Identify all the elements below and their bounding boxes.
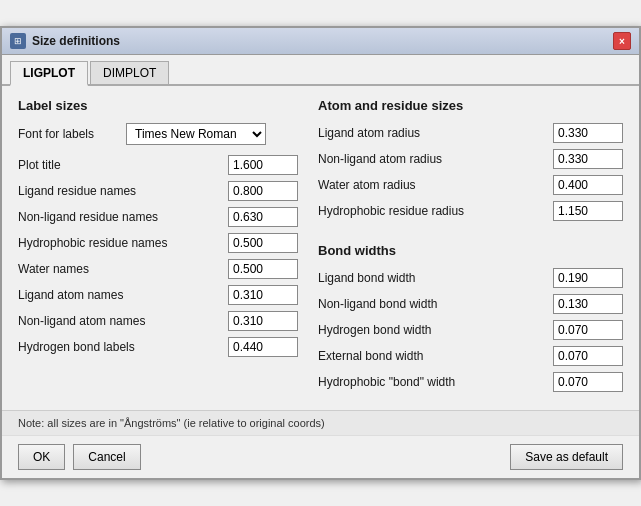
title-bar: ⊞ Size definitions × [2, 28, 639, 55]
hydrophobic-bond-width-row: Hydrophobic "bond" width [318, 372, 623, 392]
footer: OK Cancel Save as default [2, 435, 639, 478]
ligand-atom-names-input[interactable] [228, 285, 298, 305]
ligand-atom-names-label: Ligand atom names [18, 288, 228, 302]
right-panel: Atom and residue sizes Ligand atom radiu… [318, 98, 623, 398]
font-label: Font for labels [18, 127, 118, 141]
tab-bar: LIGPLOT DIMPLOT [2, 55, 639, 86]
non-ligand-atom-radius-label: Non-ligand atom radius [318, 152, 553, 166]
cancel-button[interactable]: Cancel [73, 444, 140, 470]
water-atom-radius-row: Water atom radius [318, 175, 623, 195]
plot-title-input[interactable] [228, 155, 298, 175]
save-default-button[interactable]: Save as default [510, 444, 623, 470]
ligand-atom-radius-label: Ligand atom radius [318, 126, 553, 140]
non-ligand-residue-names-row: Non-ligand residue names [18, 207, 298, 227]
plot-title-label: Plot title [18, 158, 228, 172]
hydrogen-bond-width-label: Hydrogen bond width [318, 323, 553, 337]
water-atom-radius-label: Water atom radius [318, 178, 553, 192]
ligand-residue-names-input[interactable] [228, 181, 298, 201]
ligand-atom-radius-row: Ligand atom radius [318, 123, 623, 143]
main-window: ⊞ Size definitions × LIGPLOT DIMPLOT Lab… [0, 26, 641, 480]
water-atom-radius-input[interactable] [553, 175, 623, 195]
external-bond-width-row: External bond width [318, 346, 623, 366]
water-names-row: Water names [18, 259, 298, 279]
non-ligand-bond-width-row: Non-ligand bond width [318, 294, 623, 314]
non-ligand-atom-names-input[interactable] [228, 311, 298, 331]
font-row: Font for labels Times New Roman [18, 123, 298, 145]
hydrogen-bond-labels-input[interactable] [228, 337, 298, 357]
close-button[interactable]: × [613, 32, 631, 50]
hydrophobic-residue-radius-row: Hydrophobic residue radius [318, 201, 623, 221]
footer-left: OK Cancel [18, 444, 141, 470]
non-ligand-residue-names-label: Non-ligand residue names [18, 210, 228, 224]
water-names-input[interactable] [228, 259, 298, 279]
ligand-bond-width-label: Ligand bond width [318, 271, 553, 285]
ligand-atom-names-row: Ligand atom names [18, 285, 298, 305]
hydrophobic-residue-radius-label: Hydrophobic residue radius [318, 204, 553, 218]
external-bond-width-input[interactable] [553, 346, 623, 366]
non-ligand-atom-radius-input[interactable] [553, 149, 623, 169]
non-ligand-atom-names-label: Non-ligand atom names [18, 314, 228, 328]
window-title: Size definitions [32, 34, 120, 48]
left-panel: Label sizes Font for labels Times New Ro… [18, 98, 298, 398]
plot-title-row: Plot title [18, 155, 298, 175]
water-names-label: Water names [18, 262, 228, 276]
ok-button[interactable]: OK [18, 444, 65, 470]
hydrogen-bond-labels-label: Hydrogen bond labels [18, 340, 228, 354]
non-ligand-atom-names-row: Non-ligand atom names [18, 311, 298, 331]
ligand-atom-radius-input[interactable] [553, 123, 623, 143]
hydrophobic-residue-radius-input[interactable] [553, 201, 623, 221]
window-icon: ⊞ [10, 33, 26, 49]
bond-widths-title: Bond widths [318, 243, 623, 258]
main-content: Label sizes Font for labels Times New Ro… [2, 86, 639, 410]
font-select[interactable]: Times New Roman [126, 123, 266, 145]
external-bond-width-label: External bond width [318, 349, 553, 363]
non-ligand-bond-width-label: Non-ligand bond width [318, 297, 553, 311]
title-bar-left: ⊞ Size definitions [10, 33, 120, 49]
hydrophobic-residue-names-input[interactable] [228, 233, 298, 253]
hydrophobic-residue-names-label: Hydrophobic residue names [18, 236, 228, 250]
ligand-residue-names-label: Ligand residue names [18, 184, 228, 198]
tab-ligplot[interactable]: LIGPLOT [10, 61, 88, 86]
ligand-bond-width-input[interactable] [553, 268, 623, 288]
hydrophobic-bond-width-input[interactable] [553, 372, 623, 392]
hydrophobic-residue-names-row: Hydrophobic residue names [18, 233, 298, 253]
ligand-residue-names-row: Ligand residue names [18, 181, 298, 201]
non-ligand-bond-width-input[interactable] [553, 294, 623, 314]
non-ligand-atom-radius-row: Non-ligand atom radius [318, 149, 623, 169]
non-ligand-residue-names-input[interactable] [228, 207, 298, 227]
hydrogen-bond-width-input[interactable] [553, 320, 623, 340]
note-bar: Note: all sizes are in "Ångströms" (ie r… [2, 410, 639, 435]
atom-sizes-title: Atom and residue sizes [318, 98, 623, 113]
tab-dimplot[interactable]: DIMPLOT [90, 61, 169, 84]
hydrophobic-bond-width-label: Hydrophobic "bond" width [318, 375, 553, 389]
ligand-bond-width-row: Ligand bond width [318, 268, 623, 288]
note-text: Note: all sizes are in "Ångströms" (ie r… [18, 417, 325, 429]
label-sizes-title: Label sizes [18, 98, 298, 113]
hydrogen-bond-labels-row: Hydrogen bond labels [18, 337, 298, 357]
hydrogen-bond-width-row: Hydrogen bond width [318, 320, 623, 340]
